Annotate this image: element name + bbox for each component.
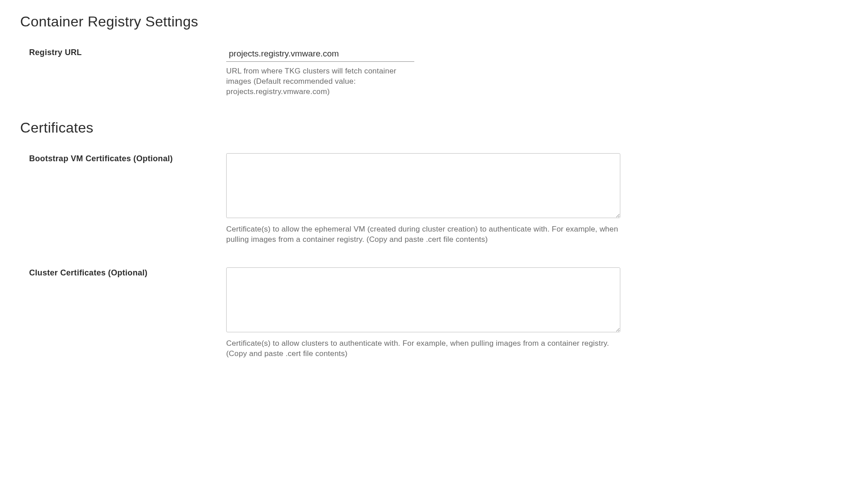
registry-section-heading: Container Registry Settings	[20, 13, 848, 30]
certificates-section-heading: Certificates	[20, 120, 848, 136]
registry-url-label-col: Registry URL	[20, 47, 226, 57]
registry-url-row: Registry URL URL from where TKG clusters…	[20, 47, 848, 97]
certificates-section: Certificates Bootstrap VM Certificates (…	[20, 120, 848, 359]
cluster-certs-label: Cluster Certificates (Optional)	[29, 268, 147, 277]
bootstrap-certs-textarea[interactable]	[226, 153, 620, 218]
bootstrap-certs-row: Bootstrap VM Certificates (Optional) Cer…	[20, 153, 848, 245]
bootstrap-certs-help: Certificate(s) to allow the ephemeral VM…	[226, 224, 620, 245]
cluster-certs-help: Certificate(s) to allow clusters to auth…	[226, 339, 620, 359]
bootstrap-certs-label-col: Bootstrap VM Certificates (Optional)	[20, 153, 226, 163]
cluster-certs-textarea[interactable]	[226, 267, 620, 332]
cluster-certs-label-col: Cluster Certificates (Optional)	[20, 267, 226, 278]
bootstrap-certs-field-col: Certificate(s) to allow the ephemeral VM…	[226, 153, 629, 245]
cluster-certs-row: Cluster Certificates (Optional) Certific…	[20, 267, 848, 359]
cluster-certs-field-col: Certificate(s) to allow clusters to auth…	[226, 267, 629, 359]
container-registry-section: Container Registry Settings Registry URL…	[20, 13, 848, 97]
registry-url-help: URL from where TKG clusters will fetch c…	[226, 66, 410, 97]
bootstrap-certs-label: Bootstrap VM Certificates (Optional)	[29, 154, 173, 163]
registry-url-input[interactable]	[226, 47, 414, 62]
registry-url-field-col: URL from where TKG clusters will fetch c…	[226, 47, 629, 97]
registry-url-label: Registry URL	[29, 48, 82, 57]
